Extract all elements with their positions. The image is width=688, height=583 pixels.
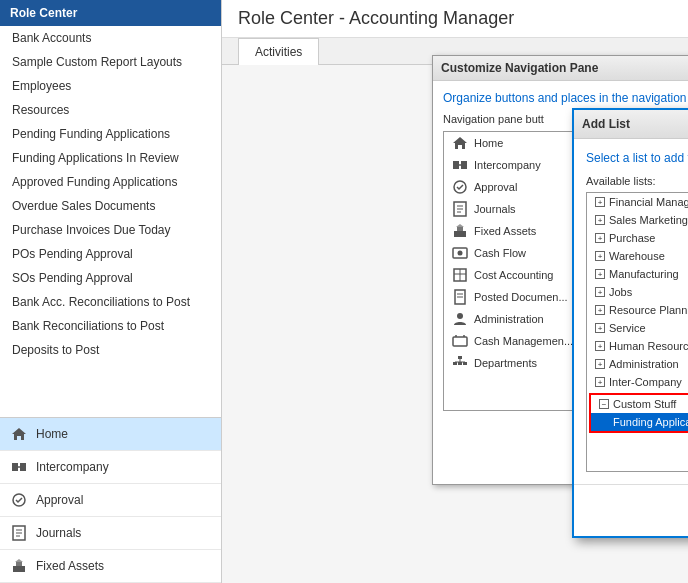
svg-rect-10 [16,562,22,566]
bottom-nav-item-journals[interactable]: Journals [0,517,221,550]
add-list-title-text: Add List [582,117,630,131]
approval-icon [10,491,28,509]
sidebar-item[interactable]: Employees [0,74,221,98]
approval-icon [452,179,468,195]
sidebar-item[interactable]: Deposits to Post [0,338,221,362]
cash-mgmt-icon [452,333,468,349]
add-list-subtitle: Select a list to add to the navigation p… [586,151,688,165]
list-item-label: Human Resources [609,340,688,352]
dialog-footer: OK Cancel [574,484,688,523]
add-list-titlebar: Add List – ☐ ✕ [574,110,688,139]
list-item-custom-stuff[interactable]: −Custom Stuff [591,395,688,413]
expand-icon: + [595,305,605,315]
sidebar-item[interactable]: Resources [0,98,221,122]
list-item-human-resources[interactable]: +Human Resources [587,337,688,355]
svg-marker-12 [453,137,467,149]
nav-list-item-label: Posted Documen... [474,291,568,303]
expand-icon: + [595,251,605,261]
list-item-label: Resource Planning [609,304,688,316]
nav-list-item-label: Departments [474,357,537,369]
expand-icon: + [595,269,605,279]
posted-docs-icon [452,289,468,305]
list-item-funding-applications[interactable]: Funding Applications [591,413,688,431]
customize-subtitle: Organize buttons and places in the navig… [443,91,688,105]
list-item-warehouse[interactable]: +Warehouse [587,247,688,265]
expand-icon: + [595,215,605,225]
intercompany-icon [10,458,28,476]
svg-marker-0 [12,428,26,440]
list-item-label: Purchase [609,232,655,244]
list-item-resource-planning[interactable]: +Resource Planning [587,301,688,319]
bottom-nav-label: Journals [36,526,81,540]
custom-stuff-group: −Custom StuffFunding Applications [589,393,688,433]
list-item-service[interactable]: +Service [587,319,688,337]
sidebar-item[interactable]: POs Pending Approval [0,242,221,266]
bottom-nav-item-approval[interactable]: Approval [0,484,221,517]
admin-icon [452,311,468,327]
expand-icon: − [599,399,609,409]
home-icon [452,135,468,151]
sidebar-item[interactable]: Bank Accounts [0,26,221,50]
add-list-body: Select a list to add to the navigation p… [574,139,688,484]
bottom-nav-item-fixed-assets[interactable]: Fixed Assets [0,550,221,583]
available-label: Available lists: [586,175,688,187]
dialog-overlay: Customize Navigation Pane Organize butto… [222,0,688,583]
cash-flow-icon [452,245,468,261]
svg-rect-21 [454,231,466,237]
expand-icon: + [595,287,605,297]
cost-accounting-icon [452,267,468,283]
list-item-label: Jobs [609,286,632,298]
sidebar: Role Center Bank AccountsSample Custom R… [0,0,222,583]
list-item-label: Custom Stuff [613,398,676,410]
list-item-label: Warehouse [609,250,665,262]
nav-list-item-label: Fixed Assets [474,225,536,237]
svg-rect-33 [453,337,467,346]
list-item-jobs[interactable]: +Jobs [587,283,688,301]
svg-marker-11 [15,559,23,562]
svg-rect-22 [457,227,463,231]
expand-icon: + [595,233,605,243]
list-item-manufacturing[interactable]: +Manufacturing [587,265,688,283]
list-item-label: Sales Marketing [609,214,688,226]
list-item-label: Manufacturing [609,268,679,280]
svg-rect-2 [20,463,26,471]
list-item-purchase[interactable]: +Purchase [587,229,688,247]
app-container: Role Center Bank AccountsSample Custom R… [0,0,688,583]
bottom-nav-label: Approval [36,493,83,507]
fixed-assets-icon [10,557,28,575]
svg-rect-14 [461,161,467,169]
sidebar-item[interactable]: Purchase Invoices Due Today [0,218,221,242]
bottom-nav-item-home[interactable]: Home [0,418,221,451]
list-item-label: Inter-Company [609,376,682,388]
sidebar-item[interactable]: Funding Applications In Review [0,146,221,170]
bottom-nav-item-intercompany[interactable]: Intercompany [0,451,221,484]
sidebar-item[interactable]: Overdue Sales Documents [0,194,221,218]
expand-icon: + [595,377,605,387]
nav-list-item-label: Cash Managemen... [474,335,573,347]
sidebar-item[interactable]: Bank Reconciliations to Post [0,314,221,338]
nav-list-item-label: Journals [474,203,516,215]
svg-rect-13 [453,161,459,169]
nav-list-item-label: Approval [474,181,517,193]
sidebar-item[interactable]: Bank Acc. Reconciliations to Post [0,290,221,314]
list-item-label: Funding Applications [613,416,688,428]
nav-list-item-label: Cost Accounting [474,269,554,281]
available-list: +Financial Management+Sales Marketing+Pu… [586,192,688,472]
list-item-financial-management[interactable]: +Financial Management [587,193,688,211]
sidebar-item[interactable]: SOs Pending Approval [0,266,221,290]
list-item-administration[interactable]: +Administration [587,355,688,373]
sidebar-item[interactable]: Sample Custom Report Layouts [0,50,221,74]
expand-icon: + [595,323,605,333]
expand-icon: + [595,359,605,369]
home-icon [10,425,28,443]
bottom-nav-label: Fixed Assets [36,559,104,573]
sidebar-item[interactable]: Pending Funding Applications [0,122,221,146]
svg-point-25 [458,251,463,256]
add-list-dialog: Add List – ☐ ✕ Select a list to add to t… [572,108,688,538]
sidebar-item[interactable]: Approved Funding Applications [0,170,221,194]
list-item-sales-marketing[interactable]: +Sales Marketing [587,211,688,229]
svg-rect-36 [458,356,462,359]
list-item-inter-company[interactable]: +Inter-Company [587,373,688,391]
main-content: Role Center - Accounting Manager Activit… [222,0,688,583]
nav-list-item-label: Cash Flow [474,247,526,259]
